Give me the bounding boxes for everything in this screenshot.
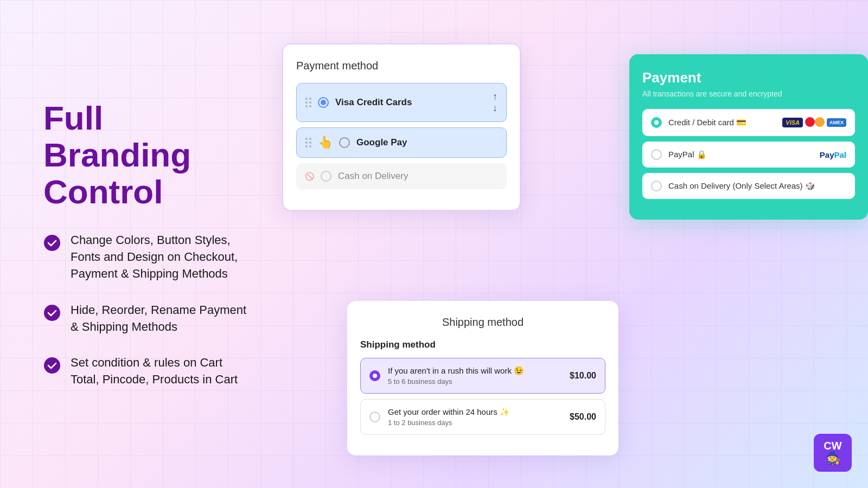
radio-cod-panel[interactable] [651, 181, 662, 191]
cod-label: Cash on Delivery [338, 171, 408, 182]
radio-inner-visa [321, 100, 326, 105]
drag-handle-googlepay [305, 138, 311, 147]
feature-item: Hide, Reorder, Rename Payment & Shipping… [43, 302, 250, 336]
svg-point-0 [44, 235, 60, 251]
standard-days: 5 to 6 business days [388, 377, 562, 386]
shipping-card-title: Shipping method [360, 316, 605, 329]
googlepay-label: Google Pay [356, 137, 407, 148]
feature-text-3: Set condition & rules on Cart Total, Pin… [71, 355, 250, 388]
paypal-logo: PayPal [820, 150, 846, 159]
cw-text: CW [824, 440, 841, 451]
cursor-hand-icon: 👆 [318, 136, 333, 150]
radio-cod[interactable] [321, 171, 331, 182]
radio-inner-standard [373, 374, 377, 378]
feature-item: Change Colors, Button Styles, Fonts and … [43, 232, 250, 282]
heading-line1: Full Branding [43, 99, 191, 174]
payment-option-googlepay[interactable]: 👆 Google Pay [296, 127, 507, 158]
shipping-option-express[interactable]: Get your order within 24 hours ✨ 1 to 2 … [360, 399, 605, 435]
payment-panel: Payment All transactions are secure and … [629, 54, 868, 220]
panel-option-cod-panel[interactable]: Cash on Delivery (Only Select Areas) 🎲 [642, 173, 855, 199]
heading-line2: Control [43, 173, 163, 210]
shipping-card: Shipping method Shipping method If you a… [347, 301, 618, 455]
cw-badge[interactable]: CW 🧙 [814, 434, 852, 472]
radio-express[interactable] [369, 412, 380, 422]
shipping-info-standard: If you aren't in a rush this will work 😉… [388, 366, 562, 386]
standard-label: If you aren't in a rush this will work 😉 [388, 366, 562, 376]
reorder-arrows[interactable]: ↑ ↓ [493, 91, 497, 114]
radio-credit[interactable] [651, 117, 662, 128]
radio-inner-credit [654, 120, 659, 125]
amex-icon: AMEX [827, 118, 846, 127]
svg-point-2 [44, 357, 60, 374]
radio-googlepay[interactable] [339, 137, 350, 148]
paypal-label: PayPal 🔒 [668, 150, 707, 159]
payment-panel-subtitle: All transactions are secure and encrypte… [642, 89, 855, 98]
feature-item: Set condition & rules on Cart Total, Pin… [43, 355, 250, 388]
panel-option-paypal[interactable]: PayPal 🔒 PayPal [642, 142, 855, 168]
panel-option-credit[interactable]: Credit / Debit card 💳 VISA AMEX [642, 109, 855, 136]
payment-panel-title: Payment [642, 69, 855, 86]
cw-icon: 🧙 [826, 451, 840, 465]
feature-text-2: Hide, Reorder, Rename Payment & Shipping… [71, 302, 250, 336]
feature-list: Change Colors, Button Styles, Fonts and … [43, 232, 250, 388]
radio-visa[interactable] [318, 97, 329, 108]
express-days: 1 to 2 business days [388, 419, 562, 427]
standard-price: $10.00 [570, 371, 596, 381]
drag-handle-visa [305, 98, 311, 107]
payment-option-cod[interactable]: 🚫 Cash on Delivery [296, 163, 507, 189]
payment-option-visa[interactable]: Visa Credit Cards ↑ ↓ [296, 83, 507, 122]
radio-paypal[interactable] [651, 149, 662, 160]
card-icons: VISA AMEX [782, 117, 846, 129]
check-icon-2 [43, 304, 61, 322]
cod-panel-label: Cash on Delivery (Only Select Areas) 🎲 [668, 181, 815, 191]
hide-icon: 🚫 [305, 172, 314, 181]
express-label: Get your order within 24 hours ✨ [388, 407, 562, 417]
shipping-option-standard[interactable]: If you aren't in a rush this will work 😉… [360, 358, 605, 394]
check-icon-1 [43, 234, 61, 252]
main-heading: Full Branding Control [43, 100, 250, 211]
check-icon-3 [43, 357, 61, 374]
right-column: Payment method Visa Credit Cards ↑ ↓ [282, 0, 868, 488]
page: Full Branding Control Change Colors, But… [0, 0, 868, 488]
visa-label: Visa Credit Cards [335, 97, 412, 108]
payment-method-card: Payment method Visa Credit Cards ↑ ↓ [282, 43, 521, 211]
mastercard-icon [805, 117, 825, 129]
payment-method-title: Payment method [296, 60, 507, 72]
svg-point-1 [44, 305, 60, 321]
express-price: $50.00 [570, 412, 596, 422]
shipping-section-label: Shipping method [360, 339, 605, 350]
credit-label: Credit / Debit card 💳 [668, 118, 746, 127]
visa-icon: VISA [782, 118, 803, 127]
left-column: Full Branding Control Change Colors, But… [0, 67, 282, 421]
feature-text-1: Change Colors, Button Styles, Fonts and … [71, 232, 250, 282]
shipping-info-express: Get your order within 24 hours ✨ 1 to 2 … [388, 407, 562, 427]
radio-standard[interactable] [369, 370, 380, 381]
